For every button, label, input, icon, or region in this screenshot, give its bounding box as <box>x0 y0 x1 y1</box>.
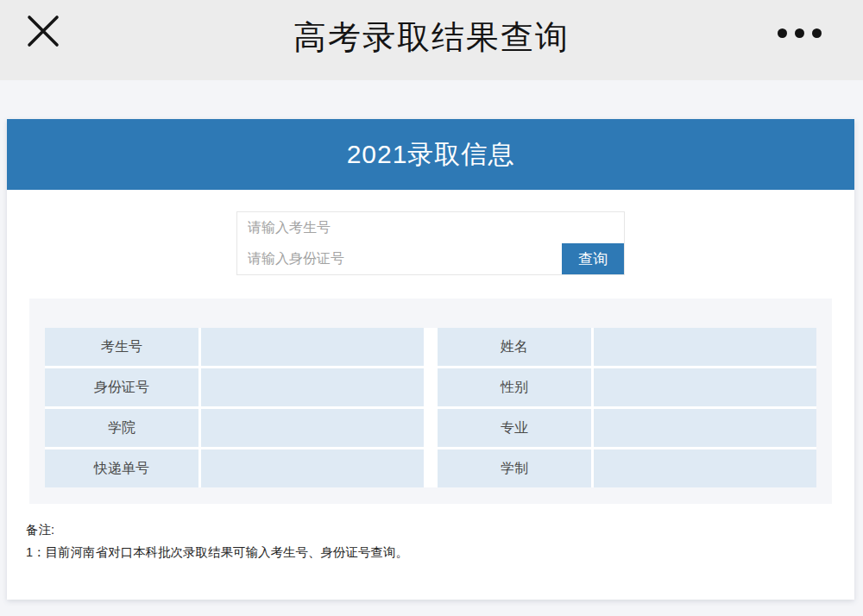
card-header: 2021录取信息 <box>7 119 854 190</box>
table-row: 考生号 <box>45 328 424 366</box>
row-value <box>594 449 816 487</box>
row-label: 考生号 <box>45 328 198 366</box>
table-row: 姓名 <box>438 328 816 366</box>
result-panel: 考生号 身份证号 学院 快递单号 <box>29 299 832 504</box>
row-value <box>594 368 816 406</box>
card-title: 2021录取信息 <box>347 137 515 173</box>
row-label: 身份证号 <box>45 368 198 406</box>
dot-icon <box>795 28 804 38</box>
result-tables: 考生号 身份证号 学院 快递单号 <box>45 328 816 487</box>
more-menu-icon[interactable] <box>778 24 822 41</box>
row-value <box>594 409 816 447</box>
row-value <box>594 328 816 366</box>
notes-section: 备注: 1：目前河南省对口本科批次录取结果可输入考生号、身份证号查询。 <box>7 504 854 563</box>
titlebar: 高考录取结果查询 <box>0 0 863 80</box>
table-row: 专业 <box>438 409 816 447</box>
candidate-number-input[interactable] <box>237 212 624 243</box>
row-label: 快递单号 <box>45 449 198 487</box>
query-card: 2021录取信息 查询 考生号 <box>7 119 854 600</box>
query-form: 查询 <box>236 211 625 275</box>
form-area: 查询 <box>7 211 854 275</box>
dot-icon <box>778 28 787 38</box>
row-label: 学制 <box>438 449 591 487</box>
row-label: 姓名 <box>438 328 591 366</box>
table-row: 快递单号 <box>45 449 424 487</box>
id-number-input[interactable] <box>237 243 562 274</box>
table-row: 性别 <box>438 368 816 406</box>
close-icon[interactable] <box>24 12 62 50</box>
query-button[interactable]: 查询 <box>562 243 624 274</box>
page-body: 2021录取信息 查询 考生号 <box>0 80 863 600</box>
notes-heading: 备注: <box>26 519 834 541</box>
row-label: 专业 <box>438 409 591 447</box>
row-value <box>201 409 424 447</box>
row-value <box>201 449 424 487</box>
screen: 高考录取结果查询 2021录取信息 查询 <box>0 0 863 616</box>
notes-line-1: 1：目前河南省对口本科批次录取结果可输入考生号、身份证号查询。 <box>26 541 834 563</box>
result-table-left: 考生号 身份证号 学院 快递单号 <box>45 328 424 487</box>
form-row-2: 查询 <box>237 243 624 274</box>
row-value <box>201 328 424 366</box>
row-label: 学院 <box>45 409 198 447</box>
table-row: 学制 <box>438 449 816 487</box>
page-title: 高考录取结果查询 <box>293 16 570 65</box>
close-x-glyph <box>26 15 60 47</box>
table-row: 学院 <box>45 409 424 447</box>
result-table-right: 姓名 性别 专业 学制 <box>438 328 816 487</box>
row-label: 性别 <box>438 368 591 406</box>
dot-icon <box>812 28 822 38</box>
table-row: 身份证号 <box>45 368 424 406</box>
row-value <box>201 368 424 406</box>
